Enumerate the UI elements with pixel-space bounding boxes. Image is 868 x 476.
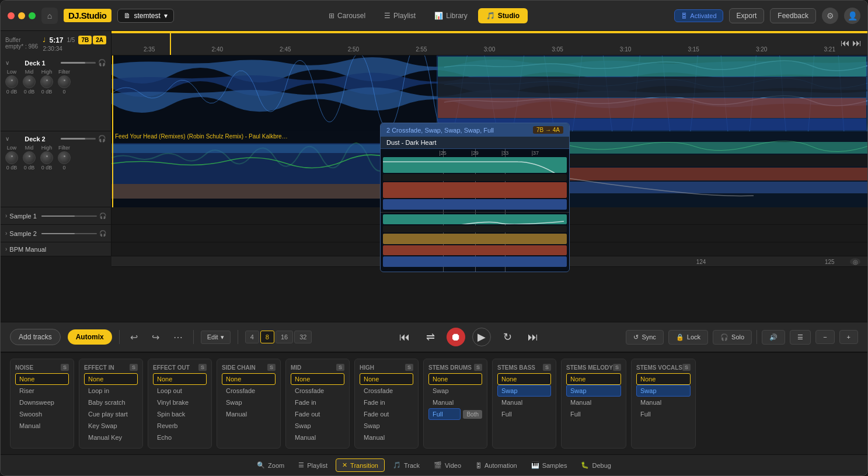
mid-none[interactable]: None bbox=[291, 373, 344, 385]
noise-riser[interactable]: Riser bbox=[15, 385, 69, 397]
effect-in-cue-play-start[interactable]: Cue play start bbox=[84, 408, 138, 420]
high-s-badge[interactable]: S bbox=[405, 364, 413, 371]
meta-button[interactable]: ⋯ bbox=[170, 329, 186, 345]
sidechain-manual[interactable]: Manual bbox=[222, 408, 276, 420]
stems-vocals-manual[interactable]: Manual bbox=[636, 397, 691, 408]
bb-debug[interactable]: 🐛 Debug bbox=[575, 459, 616, 471]
automix-button[interactable]: Automix bbox=[68, 329, 112, 345]
stems-vocals-none[interactable]: None bbox=[636, 373, 691, 385]
stems-melody-full[interactable]: Full bbox=[566, 408, 621, 420]
effect-in-manualkey[interactable]: Manual Key bbox=[84, 432, 138, 443]
bb-automation[interactable]: 🎛 Automation bbox=[469, 460, 523, 471]
redo-button[interactable]: ↪ bbox=[148, 329, 163, 345]
bb-transition[interactable]: ✕ Transition bbox=[336, 458, 385, 472]
user-avatar[interactable]: 👤 bbox=[844, 8, 860, 24]
stems-drums-full[interactable]: Full bbox=[428, 408, 461, 420]
mid-s-badge[interactable]: S bbox=[336, 364, 344, 371]
effect-out-spinback[interactable]: Spin back bbox=[153, 408, 207, 420]
home-button[interactable]: ⌂ bbox=[41, 8, 58, 24]
sample1-headphone-icon[interactable]: 🎧 bbox=[99, 213, 106, 219]
stems-drums-s-badge[interactable]: S bbox=[474, 364, 482, 371]
cue-button[interactable]: ⇌ bbox=[421, 328, 440, 346]
high-manual[interactable]: Manual bbox=[360, 432, 413, 443]
high-swap[interactable]: Swap bbox=[360, 420, 413, 432]
effect-in-babyscratch[interactable]: Baby scratch bbox=[84, 397, 138, 408]
deck1-waveform[interactable]: 21 |25 |29 |33 |37 bbox=[111, 55, 867, 131]
sync-button[interactable]: ↺ Sync bbox=[626, 330, 663, 345]
mid-crossfade[interactable]: Crossfade bbox=[291, 385, 344, 397]
stems-bass-full[interactable]: Full bbox=[497, 408, 551, 420]
undo-button[interactable]: ↩ bbox=[127, 329, 141, 345]
effect-in-s-badge[interactable]: S bbox=[130, 364, 138, 371]
bb-zoom[interactable]: 🔍 Zoom bbox=[251, 459, 290, 471]
list-button[interactable]: ☰ bbox=[790, 330, 811, 345]
skip-forward-button[interactable]: ⏭ bbox=[524, 328, 542, 346]
effect-in-none[interactable]: None bbox=[84, 373, 138, 385]
mid-fadein[interactable]: Fade in bbox=[291, 397, 344, 408]
stems-bass-none[interactable]: None bbox=[497, 373, 551, 385]
plus-button[interactable]: + bbox=[839, 330, 858, 344]
solo-button[interactable]: 🎧 Solo bbox=[713, 330, 752, 345]
stems-drums-none[interactable]: None bbox=[428, 373, 482, 385]
stems-melody-none[interactable]: None bbox=[566, 373, 621, 385]
nav-library[interactable]: 📊 Library bbox=[426, 8, 476, 23]
bb-playlist[interactable]: ☰ Playlist bbox=[292, 459, 333, 471]
stems-bass-manual[interactable]: Manual bbox=[497, 397, 551, 408]
nav-circle[interactable]: ◎ bbox=[850, 258, 860, 265]
add-tracks-button[interactable]: Add tracks bbox=[10, 329, 61, 345]
record-button[interactable]: ⏺ bbox=[447, 328, 465, 346]
maximize-button[interactable] bbox=[29, 12, 36, 19]
stems-bass-s-badge[interactable]: S bbox=[543, 364, 551, 371]
mid-swap[interactable]: Swap bbox=[291, 420, 344, 432]
nav-studio[interactable]: 🎵 Studio bbox=[478, 8, 528, 23]
stems-drums-swap[interactable]: Swap bbox=[428, 385, 482, 397]
noise-downsweep[interactable]: Downsweep bbox=[15, 397, 69, 408]
stems-drums-manual[interactable]: Manual bbox=[428, 397, 482, 408]
effect-out-loopout[interactable]: Loop out bbox=[153, 385, 207, 397]
high-fadein[interactable]: Fade in bbox=[360, 397, 413, 408]
high-fadeout[interactable]: Fade out bbox=[360, 408, 413, 420]
noise-none[interactable]: None bbox=[15, 373, 69, 385]
noise-manual[interactable]: Manual bbox=[15, 420, 69, 432]
stems-bass-swap[interactable]: Swap bbox=[497, 385, 551, 397]
stems-melody-s-badge[interactable]: S bbox=[613, 364, 621, 371]
effect-out-vinylbrake[interactable]: Vinyl brake bbox=[153, 397, 207, 408]
stems-vocals-s-badge[interactable]: S bbox=[682, 364, 691, 371]
close-button[interactable] bbox=[8, 12, 15, 19]
effect-out-echo[interactable]: Echo bbox=[153, 432, 207, 443]
minimize-button[interactable] bbox=[18, 12, 25, 19]
sidechain-s-badge[interactable]: S bbox=[267, 364, 276, 371]
deck1-headphone-icon[interactable]: 🎧 bbox=[98, 59, 106, 67]
effect-out-none[interactable]: None bbox=[153, 373, 207, 385]
loop-button[interactable]: ↻ bbox=[498, 328, 517, 346]
quantize-32[interactable]: 32 bbox=[294, 331, 312, 343]
bb-video[interactable]: 🎬 Video bbox=[428, 459, 467, 471]
sample2-headphone-icon[interactable]: 🎧 bbox=[99, 230, 106, 237]
minus-button[interactable]: − bbox=[815, 330, 834, 344]
deck2-headphone-icon[interactable]: 🎧 bbox=[98, 135, 106, 143]
sidechain-none[interactable]: None bbox=[222, 373, 276, 385]
noise-s-badge[interactable]: S bbox=[61, 364, 69, 371]
quantize-16[interactable]: 16 bbox=[276, 331, 293, 343]
export-button[interactable]: Export bbox=[729, 8, 765, 23]
skip-back-btn[interactable]: ⏮ bbox=[841, 38, 850, 48]
effect-out-s-badge[interactable]: S bbox=[198, 364, 207, 371]
nav-playlist[interactable]: ☰ Playlist bbox=[376, 8, 424, 23]
bb-samples[interactable]: 🎹 Samples bbox=[525, 459, 573, 471]
mid-manual[interactable]: Manual bbox=[291, 432, 344, 443]
play-button[interactable]: ▶ bbox=[472, 328, 491, 346]
stems-drums-both-badge[interactable]: Both bbox=[463, 410, 482, 419]
skip-forward-btn[interactable]: ⏭ bbox=[852, 38, 862, 48]
lock-button[interactable]: 🔒 Lock bbox=[668, 330, 708, 345]
effect-out-reverb[interactable]: Reverb bbox=[153, 420, 207, 432]
volume-button[interactable]: 🔊 bbox=[762, 330, 785, 345]
edit-button[interactable]: Edit bbox=[201, 331, 231, 344]
stems-melody-swap[interactable]: Swap bbox=[566, 385, 621, 397]
sidechain-crossfade[interactable]: Crossfade bbox=[222, 385, 276, 397]
skip-to-start-button[interactable]: ⏮ bbox=[395, 328, 414, 346]
noise-swoosh[interactable]: Swoosh bbox=[15, 408, 69, 420]
settings-button[interactable]: ⚙ bbox=[822, 8, 838, 24]
high-none[interactable]: None bbox=[360, 373, 413, 385]
stems-melody-manual[interactable]: Manual bbox=[566, 397, 621, 408]
stems-vocals-swap[interactable]: Swap bbox=[636, 385, 691, 397]
